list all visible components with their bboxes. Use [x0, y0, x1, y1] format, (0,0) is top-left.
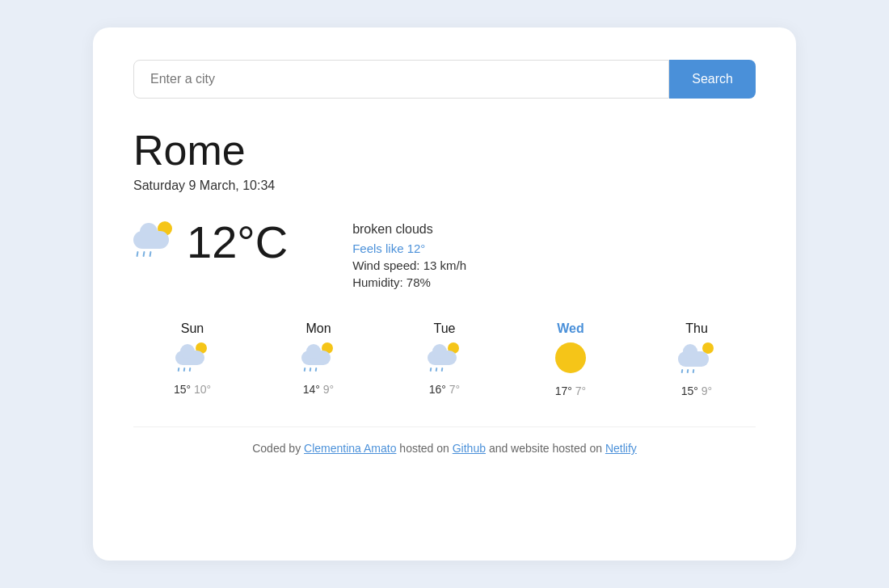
temp-row: 12°C: [133, 216, 288, 268]
feels-like: Feels like 12°: [352, 242, 466, 255]
forecast-icon-sun: [175, 342, 209, 376]
forecast-icon-tue: [428, 342, 461, 376]
footer-netlify-link[interactable]: Netlify: [605, 442, 637, 455]
weather-details: broken clouds Feels like 12° Wind speed:…: [352, 216, 466, 289]
forecast-temps-wed: 17° 7°: [555, 384, 586, 397]
forecast-day-thu: Thu 15° 9°: [638, 321, 756, 397]
date-time: Saturday 9 March, 10:34: [133, 178, 756, 193]
current-weather-icon: [133, 221, 175, 263]
forecast-day-label: Tue: [434, 321, 456, 336]
search-row: Search: [133, 60, 756, 99]
footer-text-before: Coded by: [252, 442, 304, 455]
current-temperature: 12°C: [187, 216, 288, 268]
footer-text-middle: hosted on: [399, 442, 452, 455]
current-weather: 12°C broken clouds Feels like 12° Wind s…: [133, 216, 756, 289]
footer-text-after: and website hosted on: [489, 442, 605, 455]
forecast-day-label: Mon: [305, 321, 331, 336]
forecast-temps-tue: 16° 7°: [429, 383, 460, 396]
forecast-day-wed: Wed 17° 7°: [512, 321, 630, 397]
forecast-day-sun: Sun 15° 10°: [133, 321, 251, 397]
footer-github-link[interactable]: Github: [453, 442, 486, 455]
forecast-icon-mon: [301, 342, 335, 376]
forecast-temps-thu: 15° 9°: [681, 384, 712, 397]
search-button[interactable]: Search: [669, 60, 756, 99]
city-name: Rome: [133, 128, 756, 174]
weather-card: Search Rome Saturday 9 March, 10:34 12°C: [93, 27, 796, 561]
footer: Coded by Clementina Amato hosted on Gith…: [133, 426, 756, 455]
forecast-icon-thu: [678, 342, 715, 378]
wind-speed: Wind speed: 13 km/h: [352, 258, 466, 272]
forecast-icon-wed: [555, 342, 586, 378]
forecast-day-mon: Mon 14° 9°: [259, 321, 377, 397]
forecast: Sun 15° 10° Mon: [133, 321, 756, 397]
weather-description: broken clouds: [352, 222, 466, 237]
forecast-day-tue: Tue 16° 7°: [386, 321, 503, 397]
forecast-day-label: Thu: [685, 321, 708, 336]
search-input[interactable]: [133, 60, 669, 99]
forecast-temps-sun: 15° 10°: [174, 383, 211, 396]
humidity: Humidity: 78%: [352, 275, 466, 289]
forecast-temps-mon: 14° 9°: [303, 383, 334, 396]
forecast-day-label: Wed: [557, 321, 584, 336]
footer-author-link[interactable]: Clementina Amato: [304, 442, 396, 455]
forecast-day-label: Sun: [181, 321, 204, 336]
